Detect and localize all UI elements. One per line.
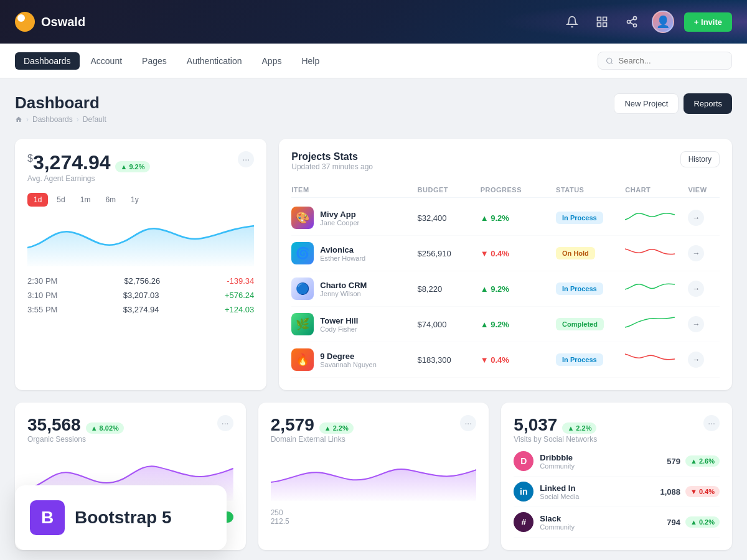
history-button[interactable]: History	[680, 151, 720, 167]
earnings-rows: 2:30 PM $2,756.26 -139.34 3:10 PM $3,207…	[27, 276, 254, 314]
share-icon[interactable]	[622, 12, 642, 32]
social-item-dribbble: D Dribbble Community 579 ▲ 2.6%	[514, 446, 720, 477]
topbar: Oswald 👤 + Invite	[0, 0, 747, 44]
svg-line-7	[630, 22, 634, 24]
nav-item-apps[interactable]: Apps	[253, 52, 291, 70]
row-view-button[interactable]: →	[688, 352, 704, 368]
nav-item-dashboards[interactable]: Dashboards	[15, 52, 80, 70]
mini-chart	[625, 207, 688, 228]
notification-icon[interactable]	[562, 12, 582, 32]
svg-point-9	[607, 58, 612, 63]
breadcrumb: › Dashboards › Default	[15, 115, 106, 124]
svg-line-10	[611, 62, 613, 63]
organic-sessions-value: 35,568	[27, 415, 81, 435]
invite-button[interactable]: + Invite	[684, 12, 732, 32]
page-title: Dashboard	[15, 93, 106, 113]
organic-sessions-badge: ▲ 8.02%	[86, 422, 124, 434]
mini-chart	[625, 349, 688, 370]
page-header: Dashboard › Dashboards › Default New Pro…	[15, 93, 732, 124]
mini-chart	[625, 243, 688, 264]
status-badge: In Process	[556, 282, 603, 295]
table-header: ITEM BUDGET PROGRESS STATUS CHART VIEW	[291, 182, 720, 198]
nav-item-account[interactable]: Account	[82, 52, 131, 70]
table-row: 🌀 Avionica Esther Howard $256,910 ▼ 0.4%…	[291, 236, 720, 271]
table-row: 🎨 Mivy App Jane Cooper $32,400 ▲ 9.2% In…	[291, 200, 720, 236]
social-item-slack: # Slack Community 794 ▲ 0.2%	[514, 507, 720, 538]
svg-rect-3	[603, 23, 606, 27]
status-badge: On Hold	[556, 247, 595, 259]
chart-axis: 250	[271, 508, 477, 517]
svg-rect-0	[597, 17, 601, 21]
breadcrumb-dashboards: Dashboards	[32, 115, 73, 124]
social-badge: ▲ 2.2%	[562, 422, 596, 434]
row-view-button[interactable]: →	[688, 210, 704, 226]
social-items: D Dribbble Community 579 ▲ 2.6% in	[514, 446, 720, 538]
projects-table: ITEM BUDGET PROGRESS STATUS CHART VIEW 🎨…	[291, 182, 720, 378]
organic-more-button[interactable]: ···	[217, 415, 233, 431]
svg-rect-1	[603, 17, 606, 21]
table-row: 🔵 Charto CRM Jenny Wilson $8,220 ▲ 9.2% …	[291, 271, 720, 307]
earnings-row-1: 2:30 PM $2,756.26 -139.34	[27, 276, 254, 286]
nav-item-pages[interactable]: Pages	[133, 52, 176, 70]
svg-point-4	[633, 17, 636, 20]
domain-links-card: 2,579 ▲ 2.2% Domain External Links ···	[258, 403, 489, 550]
table-row: 🔥 9 Degree Savannah Nguyen $183,300 ▼ 0.…	[291, 342, 720, 378]
domain-more-button[interactable]: ···	[460, 415, 476, 431]
earnings-more-button[interactable]: ···	[238, 151, 254, 167]
search-box[interactable]	[598, 52, 732, 70]
time-filter-1m[interactable]: 1m	[74, 193, 97, 207]
status-badge: In Process	[556, 353, 603, 366]
table-row: 🌿 Tower Hill Cody Fisher $74,000 ▲ 9.2% …	[291, 307, 720, 342]
row-view-button[interactable]: →	[688, 245, 704, 261]
projects-updated: Updated 37 minutes ago	[291, 162, 373, 171]
reports-button[interactable]: Reports	[684, 93, 732, 114]
avatar[interactable]: 👤	[652, 11, 674, 33]
content-area: Dashboard › Dashboards › Default New Pro…	[0, 78, 747, 560]
domain-chart	[271, 451, 477, 501]
bootstrap-promo-card: B Bootstrap 5	[15, 485, 227, 550]
navbar: Dashboards Account Pages Authentication …	[0, 44, 747, 78]
topbar-icons: 👤 + Invite	[562, 11, 732, 33]
app-name: Oswald	[41, 15, 85, 29]
time-filter-1d[interactable]: 1d	[27, 193, 48, 207]
time-filter-1y[interactable]: 1y	[125, 193, 145, 207]
grid-icon[interactable]	[592, 12, 612, 32]
social-networks-card: 5,037 ▲ 2.2% Visits by Social Networks ·…	[501, 403, 732, 550]
bootstrap-promo-text: Bootstrap 5	[75, 508, 172, 528]
logo-icon	[15, 12, 35, 32]
svg-line-8	[630, 19, 634, 21]
project-icon-9degree: 🔥	[291, 348, 314, 371]
social-more-button[interactable]: ···	[703, 415, 720, 431]
status-badge: Completed	[556, 318, 604, 330]
row-view-button[interactable]: →	[688, 281, 704, 297]
chart-axis-2: 212.5	[271, 517, 477, 526]
earnings-amount: $3,274.94	[27, 151, 110, 174]
project-icon-tower: 🌿	[291, 313, 314, 335]
page-actions: New Project Reports	[614, 93, 732, 114]
time-filter-6m[interactable]: 6m	[99, 193, 122, 207]
new-project-button[interactable]: New Project	[614, 93, 679, 114]
page-title-section: Dashboard › Dashboards › Default	[15, 93, 106, 124]
main-cards-grid: $3,274.94 ▲ 9.2% Avg. Agent Earnings ···…	[15, 139, 732, 390]
earnings-row-3: 3:55 PM $3,274.94 +124.03	[27, 305, 254, 314]
search-input[interactable]	[618, 56, 724, 65]
status-badge: In Process	[556, 212, 603, 224]
projects-title: Projects Stats	[291, 151, 373, 162]
domain-links-label: Domain External Links	[271, 435, 354, 444]
breadcrumb-default: Default	[83, 115, 106, 124]
time-filter-5d[interactable]: 5d	[50, 193, 71, 207]
mini-chart	[625, 278, 688, 299]
project-icon-mivy: 🎨	[291, 207, 314, 229]
mini-chart	[625, 314, 688, 335]
earnings-label: Avg. Agent Earnings	[27, 174, 150, 183]
bootstrap-icon: B	[30, 500, 65, 535]
projects-header: Projects Stats Updated 37 minutes ago Hi…	[291, 151, 720, 180]
projects-card: Projects Stats Updated 37 minutes ago Hi…	[279, 139, 732, 390]
svg-point-6	[633, 24, 636, 27]
social-label: Visits by Social Networks	[514, 435, 597, 444]
social-item-linkedin: in Linked In Social Media 1,088 ▼ 0.4%	[514, 477, 720, 507]
nav-item-authentication[interactable]: Authentication	[178, 52, 251, 70]
nav-item-help[interactable]: Help	[293, 52, 328, 70]
row-view-button[interactable]: →	[688, 316, 704, 332]
svg-point-5	[627, 21, 630, 24]
